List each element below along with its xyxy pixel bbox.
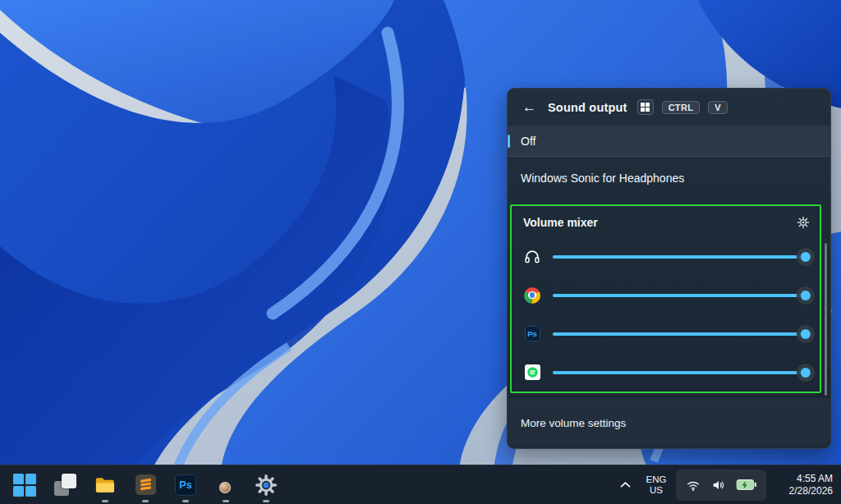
headphones-icon [522,248,542,266]
running-indicator [263,500,269,502]
time: 4:55 AM [797,473,833,485]
flyout-header: ← Sound output CTRL V [508,89,830,126]
date: 2/28/2026 [789,485,833,497]
file-explorer-button[interactable] [87,466,123,504]
mixer-channel-chrome [512,276,820,314]
quick-settings-button[interactable] [676,470,766,501]
running-indicator [102,500,108,502]
settings-button[interactable] [248,466,284,504]
volume-mixer-section: Volume mixer [510,204,821,393]
windows-start-icon [13,474,36,497]
start-button[interactable] [7,466,43,504]
chrome-icon [522,287,542,304]
photoshop-icon: Ps [522,326,542,341]
taskbar-app-icons: Ps [0,466,284,504]
slider-thumb[interactable] [797,364,815,382]
tray-overflow-button[interactable] [614,469,636,502]
volume-mixer-title: Volume mixer [523,216,598,229]
profile-avatar [219,482,231,493]
taskbar: Ps [0,465,841,504]
slider-thumb[interactable] [797,248,815,266]
slider-fill [553,371,807,374]
volume-slider-headphones[interactable] [553,248,810,266]
clock[interactable]: 4:55 AM 2/28/2026 [769,469,833,502]
mixer-channel-spotify [512,353,820,392]
task-view-icon [54,474,76,496]
volume-slider-photoshop[interactable] [553,325,810,343]
sublime-icon [136,474,156,495]
slider-track [553,332,810,336]
battery-charging-icon [736,479,757,491]
v-key-badge: V [708,101,728,114]
language-line2: US [650,485,663,496]
speaker-icon [710,477,727,493]
back-button[interactable]: ← [519,99,540,116]
chevron-up-icon [620,481,631,488]
more-volume-settings-link[interactable]: More volume settings [508,398,830,447]
photoshop-icon: Ps [175,474,196,496]
slider-fill [553,332,807,336]
spotify-icon [522,364,542,380]
slider-track [553,294,810,297]
volume-slider-spotify[interactable] [553,364,810,382]
ctrl-key-badge: CTRL [662,101,701,114]
slider-track [553,371,810,374]
selected-indicator [508,135,510,148]
more-volume-settings-label: More volume settings [521,417,626,429]
volume-mixer-header: Volume mixer [512,208,820,237]
language-line1: ENG [646,474,667,485]
gear-icon [255,474,278,497]
chrome-button[interactable] [208,466,244,504]
gear-icon [797,216,810,229]
running-indicator [182,500,189,502]
mixer-settings-button[interactable] [797,216,810,229]
sound-output-flyout: ← Sound output CTRL V Off Windows Sonic … [507,88,831,449]
slider-track [553,255,810,259]
device-label: Windows Sonic for Headphones [521,172,684,185]
windows-logo-icon [641,103,650,112]
scrollbar[interactable] [825,243,827,396]
slider-fill [553,294,807,297]
folder-icon [94,474,117,497]
language-indicator[interactable]: ENG US [639,469,673,502]
mixer-channel-headphones [512,237,820,276]
flyout-title: Sound output [548,101,627,114]
device-option-windows-sonic[interactable]: Windows Sonic for Headphones [508,157,830,199]
sublime-text-button[interactable] [127,466,163,504]
slider-fill [553,255,807,259]
device-option-off[interactable]: Off [508,126,830,156]
slider-thumb[interactable] [797,325,815,343]
volume-slider-chrome[interactable] [553,286,810,305]
system-tray: ENG US [614,469,841,502]
photoshop-button[interactable]: Ps [168,466,204,504]
running-indicator [142,500,149,502]
desktop: ← Sound output CTRL V Off Windows Sonic … [0,0,841,504]
mixer-channel-photoshop: Ps [512,314,820,353]
device-label: Off [521,135,535,148]
running-indicator [223,500,229,502]
slider-thumb[interactable] [797,286,815,305]
wifi-icon [685,477,701,493]
windows-key-badge [637,99,654,115]
task-view-button[interactable] [47,466,83,504]
